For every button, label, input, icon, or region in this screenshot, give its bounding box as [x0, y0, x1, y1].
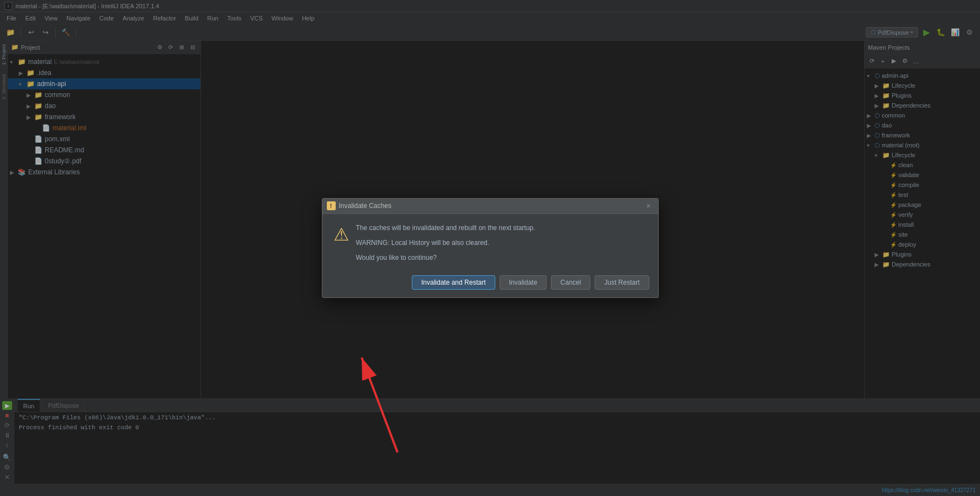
dialog-title-text: Invalidate Caches: [339, 202, 644, 210]
invalidate-button[interactable]: Invalidate: [500, 275, 547, 290]
dialog-title-icon: !: [327, 201, 336, 210]
invalidate-restart-button[interactable]: Invalidate and Restart: [412, 275, 495, 290]
dialog-close-button[interactable]: ×: [644, 201, 654, 211]
dialog-message: The caches will be invalidated and rebui…: [356, 223, 647, 264]
dialog-body: ⚠ The caches will be invalidated and reb…: [322, 214, 658, 270]
dialog-msg-line1: The caches will be invalidated and rebui…: [356, 223, 647, 233]
dialog-overlay: ! Invalidate Caches × ⚠ The caches will …: [0, 0, 980, 496]
dialog-msg-line2: WARNING: Local History will be also clea…: [356, 238, 647, 248]
warning-triangle-icon: ⚠: [333, 224, 349, 264]
cancel-button[interactable]: Cancel: [551, 275, 590, 290]
invalidate-caches-dialog: ! Invalidate Caches × ⚠ The caches will …: [322, 198, 659, 298]
dialog-buttons: Invalidate and Restart Invalidate Cancel…: [322, 270, 658, 297]
dialog-msg-line3: Would you like to continue?: [356, 253, 647, 263]
just-restart-button[interactable]: Just Restart: [595, 275, 649, 290]
dialog-titlebar: ! Invalidate Caches ×: [322, 199, 658, 214]
